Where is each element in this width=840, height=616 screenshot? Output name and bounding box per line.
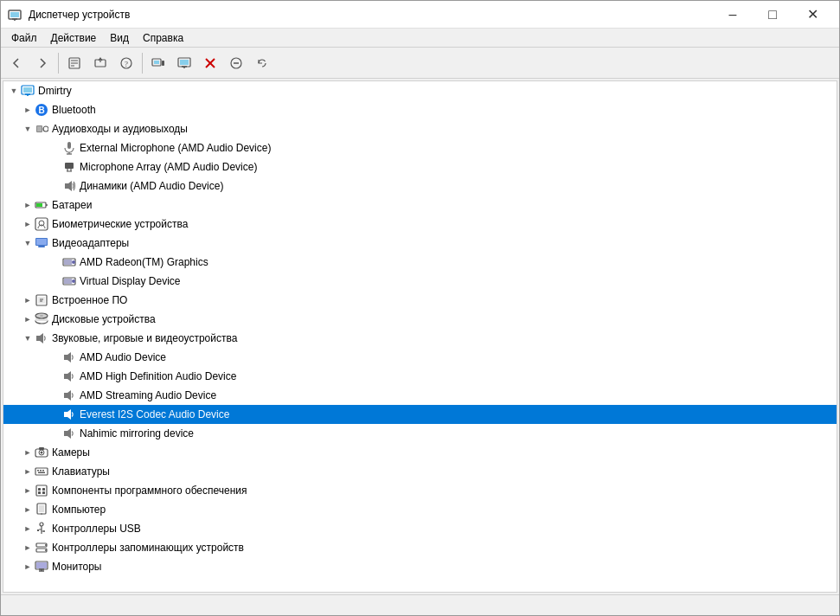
disk-label: Дисковые устройства <box>52 311 156 328</box>
expand-monitors[interactable]: ► <box>21 560 35 574</box>
virtual-display-icon <box>62 274 76 288</box>
svg-rect-37 <box>35 218 48 230</box>
ext-mic-label: External Microphone (AMD Audio Device) <box>80 139 271 157</box>
svg-point-88 <box>45 549 47 551</box>
window-controls: – □ ✕ <box>713 1 832 29</box>
tree-usb-controllers[interactable]: ► Контроллеры USB <box>3 519 837 538</box>
svg-rect-43 <box>64 260 72 265</box>
tree-monitors[interactable]: ► Мониторы <box>3 557 837 576</box>
mic-array-icon <box>62 160 76 174</box>
tree-audio-group[interactable]: ▼ Аудиовходы и аудиовыходы <box>3 119 837 138</box>
expand-storage[interactable]: ► <box>21 541 35 555</box>
expand-display[interactable]: ▼ <box>21 236 35 250</box>
rollback-button[interactable] <box>250 51 274 75</box>
sound-item-icon-2 <box>62 369 76 383</box>
expand-sound-group[interactable]: ▼ <box>21 331 35 345</box>
svg-marker-57 <box>64 352 71 363</box>
tree-mic-array[interactable]: ► Microphone Array (AMD Audio Device) <box>3 157 837 176</box>
expand-firmware[interactable]: ► <box>21 293 35 307</box>
expand-computer[interactable]: ► <box>21 503 35 517</box>
disable-button[interactable] <box>224 51 248 75</box>
expand-usb[interactable]: ► <box>21 522 35 536</box>
back-button[interactable] <box>4 51 29 75</box>
tree-everest-i2s[interactable]: ► Everest I2S Codec Audio Device <box>3 405 837 424</box>
scan-button[interactable] <box>146 51 170 75</box>
properties-button[interactable] <box>62 51 87 75</box>
svg-point-84 <box>43 530 45 532</box>
device-tree[interactable]: ▼ Dmirtry ► B <box>3 80 837 593</box>
tree-computer[interactable]: ► Компьютер <box>3 500 837 519</box>
tree-amd-hd-audio[interactable]: ► AMD High Definition Audio Device <box>3 367 837 386</box>
minimize-button[interactable]: – <box>713 1 753 29</box>
amd-hd-audio-label: AMD High Definition Audio Device <box>80 368 236 385</box>
firmware-label: Встроенное ПО <box>52 292 127 309</box>
menu-action[interactable]: Действие <box>44 29 104 48</box>
display-adapters-icon <box>35 236 48 250</box>
menu-file[interactable]: Файл <box>4 29 44 48</box>
computer-label: Компьютер <box>52 501 106 518</box>
svg-marker-61 <box>64 428 71 439</box>
menu-view[interactable]: Вид <box>103 29 136 48</box>
nahimic-label: Nahimic mirroring device <box>80 425 194 442</box>
expand-disk[interactable]: ► <box>21 312 35 326</box>
expand-cameras[interactable]: ► <box>21 446 35 459</box>
tree-disk[interactable]: ► Дисковые устройства <box>3 310 837 329</box>
tree-battery[interactable]: ► Батареи <box>3 196 837 215</box>
expand-audio-group[interactable]: ▼ <box>21 122 35 136</box>
tree-biometric[interactable]: ► Биометрические устройства <box>3 215 837 234</box>
expand-biometric[interactable]: ► <box>21 217 35 231</box>
maximize-button[interactable]: □ <box>753 1 792 29</box>
expand-bluetooth[interactable]: ► <box>21 103 35 117</box>
tree-amd-radeon[interactable]: ► AMD Radeon(TM) Graphics <box>3 253 837 272</box>
speakers-label: Динамики (AMD Audio Device) <box>80 177 223 195</box>
mic-icon <box>62 141 76 155</box>
menu-help[interactable]: Справка <box>136 29 190 48</box>
mic-array-label: Microphone Array (AMD Audio Device) <box>80 158 257 176</box>
monitors-label: Мониторы <box>52 558 101 575</box>
tree-bluetooth[interactable]: ► B Bluetooth <box>3 100 837 119</box>
svg-marker-56 <box>36 333 43 343</box>
svg-rect-71 <box>36 485 47 496</box>
svg-point-78 <box>41 513 42 515</box>
tree-root[interactable]: ▼ Dmirtry <box>3 81 837 100</box>
svg-rect-15 <box>180 60 189 65</box>
uninstall-button[interactable] <box>198 51 222 75</box>
tree-cameras[interactable]: ► Камеры <box>3 443 837 462</box>
biometric-icon <box>35 217 48 231</box>
sound-group-icon <box>35 331 48 345</box>
help-button[interactable]: ? <box>114 51 138 75</box>
expand-battery[interactable]: ► <box>21 198 35 212</box>
biometric-label: Биометрические устройства <box>52 215 188 233</box>
update-driver-button[interactable] <box>88 51 112 75</box>
tree-amd-streaming[interactable]: ► AMD Streaming Audio Device <box>3 386 837 405</box>
expand-software-components[interactable]: ► <box>21 484 35 497</box>
svg-rect-77 <box>39 505 44 512</box>
tree-keyboards[interactable]: ► Клавиатуры <box>3 462 837 481</box>
tree-software-components[interactable]: ► Компоненты программного обеспечения <box>3 481 837 500</box>
monitor-button[interactable] <box>172 51 196 75</box>
tree-nahimic[interactable]: ► Nahimic mirroring device <box>3 424 837 443</box>
expand-keyboards[interactable]: ► <box>21 465 35 478</box>
tree-virtual-display[interactable]: ► Virtual Display Device <box>3 272 837 291</box>
main-content: ▼ Dmirtry ► B <box>1 79 839 594</box>
svg-rect-46 <box>64 279 72 284</box>
svg-rect-66 <box>35 468 48 475</box>
storage-icon <box>35 541 48 555</box>
toolbar-sep-1 <box>58 53 59 74</box>
tree-sound-group[interactable]: ▼ Звуковые, игровые и видеоустройства <box>3 329 837 348</box>
svg-marker-58 <box>64 371 71 382</box>
forward-button[interactable] <box>30 51 55 75</box>
tree-firmware[interactable]: ► Встроенное ПО <box>3 291 837 310</box>
window-icon <box>8 8 22 22</box>
svg-rect-12 <box>154 61 159 64</box>
close-button[interactable]: ✕ <box>792 1 832 29</box>
svg-point-44 <box>72 260 75 264</box>
tree-speakers[interactable]: ► Динамики (AMD Audio Device) <box>3 176 837 196</box>
cameras-label: Камеры <box>52 444 90 461</box>
tree-display-adapters[interactable]: ▼ Видеоадаптеры <box>3 234 837 253</box>
expand-root[interactable]: ▼ <box>7 84 21 98</box>
tree-amd-audio[interactable]: ► AMD Audio Device <box>3 348 837 367</box>
svg-rect-72 <box>38 488 41 491</box>
tree-ext-mic[interactable]: ► External Microphone (AMD Audio Device) <box>3 138 837 157</box>
tree-storage-controllers[interactable]: ► Контроллеры запоминающих устройств <box>3 538 837 557</box>
